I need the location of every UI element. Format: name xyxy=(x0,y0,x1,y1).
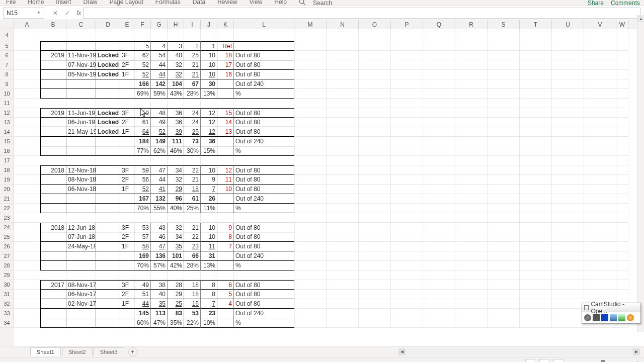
cell-P27[interactable] xyxy=(391,251,423,261)
cell-B6[interactable]: 2019 xyxy=(40,51,66,60)
cell-C4[interactable] xyxy=(66,29,96,41)
row-header-18[interactable]: 18 xyxy=(0,165,14,175)
cell-I29[interactable] xyxy=(184,270,201,280)
row-header-16[interactable]: 16 xyxy=(0,146,14,156)
cell-D25[interactable] xyxy=(96,232,120,242)
cell-J18[interactable]: 10 xyxy=(201,165,217,175)
cell-S26[interactable] xyxy=(488,242,520,251)
cell-T7[interactable] xyxy=(520,60,552,70)
row-header-4[interactable]: 4 xyxy=(0,29,14,41)
cell-A8[interactable] xyxy=(14,70,40,79)
cell-I28[interactable]: 28% xyxy=(184,261,201,270)
cell-V10[interactable] xyxy=(584,89,616,99)
cell-K13[interactable]: 14 xyxy=(217,118,234,127)
cell-E28[interactable] xyxy=(120,261,134,270)
column-header-J[interactable]: J xyxy=(201,20,217,29)
cell-U19[interactable] xyxy=(552,175,584,185)
cell-L27[interactable]: Out of 240 xyxy=(234,251,294,261)
cell-N18[interactable] xyxy=(327,165,359,175)
row-header-25[interactable]: 25 xyxy=(0,232,14,242)
cell-C33[interactable] xyxy=(66,309,96,318)
cell-R32[interactable] xyxy=(455,299,488,309)
cell-K33[interactable] xyxy=(217,309,234,318)
cell-R10[interactable] xyxy=(455,89,488,99)
cell-I5[interactable]: 2 xyxy=(184,41,201,51)
column-header-I[interactable]: I xyxy=(184,20,201,29)
cell-I22[interactable]: 25% xyxy=(184,204,201,213)
cell-J15[interactable]: 36 xyxy=(201,137,217,146)
cell-O28[interactable] xyxy=(359,261,391,270)
cell-T23[interactable] xyxy=(520,213,552,223)
cell-N22[interactable] xyxy=(327,204,359,213)
cell-F26[interactable]: 58 xyxy=(134,242,151,251)
cell-E19[interactable]: 2F xyxy=(120,175,134,185)
cell-O18[interactable] xyxy=(359,165,391,175)
cell-G24[interactable]: 43 xyxy=(151,223,168,232)
camstudio-window[interactable]: CamStudio - Ope... xyxy=(582,303,641,324)
cell-E5[interactable] xyxy=(120,41,134,51)
cell-S34[interactable] xyxy=(488,318,520,328)
cell-S30[interactable] xyxy=(488,280,520,290)
cell-Q18[interactable] xyxy=(423,165,455,175)
cell-J32[interactable]: 7 xyxy=(201,299,217,309)
cell-J21[interactable]: 26 xyxy=(201,194,217,204)
cell-R9[interactable] xyxy=(455,79,488,89)
cell-T6[interactable] xyxy=(520,51,552,60)
cell-U32[interactable] xyxy=(552,299,584,309)
cell-H4[interactable] xyxy=(168,29,184,41)
cell-W20[interactable] xyxy=(616,185,628,194)
cell-F12[interactable]: 59 xyxy=(134,108,151,118)
cell-L26[interactable]: Out of 80 xyxy=(234,242,294,251)
cell-B23[interactable] xyxy=(40,213,66,223)
cell-H14[interactable]: 39 xyxy=(168,127,184,137)
cell-S13[interactable] xyxy=(488,118,520,127)
cell-J34[interactable]: 10% xyxy=(201,318,217,328)
cell-U28[interactable] xyxy=(552,261,584,270)
cell-D33[interactable] xyxy=(96,309,120,318)
cell-N24[interactable] xyxy=(327,223,359,232)
cell-T8[interactable] xyxy=(520,70,552,79)
cell-F7[interactable]: 52 xyxy=(134,60,151,70)
cell-T24[interactable] xyxy=(520,223,552,232)
cell-Q10[interactable] xyxy=(423,89,455,99)
cell-K16[interactable] xyxy=(217,146,234,156)
cell-P11[interactable] xyxy=(391,99,423,108)
cell-P4[interactable] xyxy=(391,29,423,41)
cell-Q21[interactable] xyxy=(423,194,455,204)
grid-body[interactable]: 54321Ref201911-Nov-19Locked3F62544025101… xyxy=(14,29,644,346)
cell-A27[interactable] xyxy=(14,251,40,261)
cell-R16[interactable] xyxy=(455,146,488,156)
cell-V30[interactable] xyxy=(584,280,616,290)
cell-N28[interactable] xyxy=(327,261,359,270)
cell-M25[interactable] xyxy=(294,232,327,242)
cell-V7[interactable] xyxy=(584,60,616,70)
cell-J7[interactable]: 10 xyxy=(201,60,217,70)
cell-N27[interactable] xyxy=(327,251,359,261)
cell-Q31[interactable] xyxy=(423,290,455,299)
cell-S19[interactable] xyxy=(488,175,520,185)
cell-S10[interactable] xyxy=(488,89,520,99)
cell-K25[interactable]: 8 xyxy=(217,232,234,242)
cell-D26[interactable] xyxy=(96,242,120,251)
cell-A9[interactable] xyxy=(14,79,40,89)
cell-S16[interactable] xyxy=(488,146,520,156)
cell-A16[interactable] xyxy=(14,146,40,156)
cell-W25[interactable] xyxy=(616,232,628,242)
cell-A30[interactable] xyxy=(14,280,40,290)
cell-U20[interactable] xyxy=(552,185,584,194)
cell-E11[interactable] xyxy=(120,99,134,108)
column-header-V[interactable]: V xyxy=(584,20,616,29)
cell-A7[interactable] xyxy=(14,60,40,70)
cell-M5[interactable] xyxy=(294,41,327,51)
cell-L23[interactable] xyxy=(234,213,294,223)
cell-F15[interactable]: 184 xyxy=(134,137,151,146)
cell-S25[interactable] xyxy=(488,232,520,242)
cell-C14[interactable]: 21-May-19 xyxy=(66,127,96,137)
cell-F16[interactable]: 77% xyxy=(134,146,151,156)
cell-E34[interactable] xyxy=(120,318,134,328)
row-header-6[interactable]: 6 xyxy=(0,51,14,60)
cell-L15[interactable]: Out of 240 xyxy=(234,137,294,146)
cell-P17[interactable] xyxy=(391,156,423,165)
cell-T13[interactable] xyxy=(520,118,552,127)
cell-D30[interactable] xyxy=(96,280,120,290)
